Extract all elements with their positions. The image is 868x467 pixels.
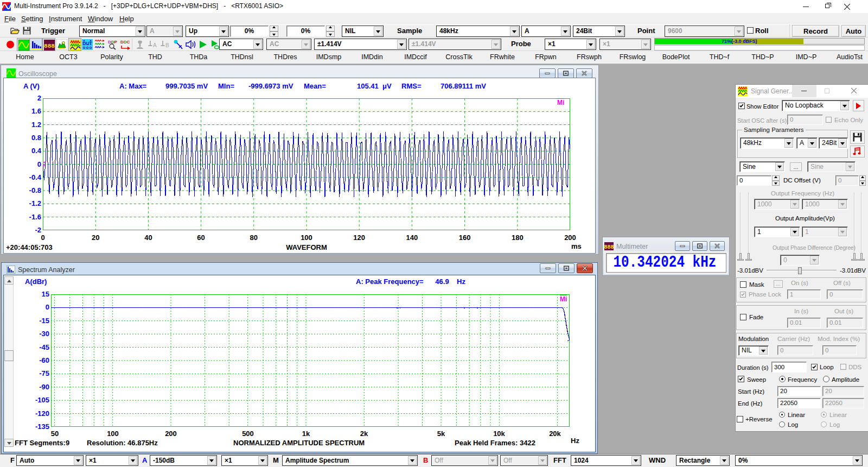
svg-text:DUT: DUT: [82, 41, 92, 46]
svg-text:888: 888: [44, 43, 55, 49]
svg-text:DDC: DDC: [120, 40, 130, 45]
svg-text:888: 888: [604, 244, 614, 250]
svg-text:A: A: [153, 42, 157, 48]
svg-text:DDP: DDP: [108, 40, 118, 45]
svg-text:B: B: [165, 42, 169, 48]
